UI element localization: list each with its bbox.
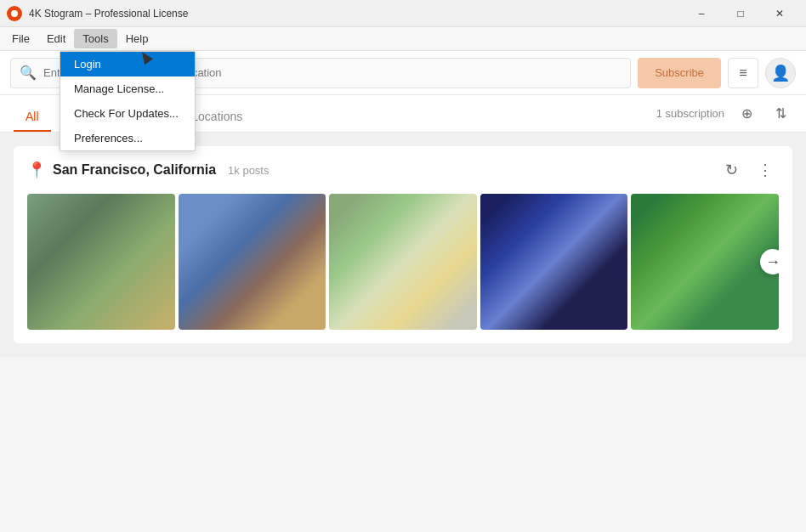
menu-preferences[interactable]: Preferences... [60, 126, 195, 150]
content-area: 📍 San Francisco, California 1k posts ↻ ⋮… [0, 133, 806, 357]
tools-dropdown: Login Manage License... Check For Update… [60, 51, 196, 151]
menu-edit[interactable]: Edit [38, 29, 74, 48]
location-name: San Francisco, California [53, 162, 216, 178]
location-actions: ↻ ⋮ [718, 156, 779, 184]
subscription-count: 1 subscription [656, 107, 724, 120]
refresh-icon: ↻ [725, 161, 738, 179]
filter-icon: ≡ [739, 65, 746, 81]
menu-check-updates[interactable]: Check For Updates... [60, 101, 195, 126]
photo-item-3[interactable] [329, 194, 477, 330]
menu-tools[interactable]: Tools [74, 29, 116, 48]
sort-button[interactable]: ⇅ [769, 101, 792, 125]
app-logo [7, 6, 22, 21]
menu-file[interactable]: File [3, 29, 38, 48]
search-icon: 🔍 [20, 65, 37, 81]
tab-all[interactable]: All [14, 101, 51, 132]
avatar-icon: 👤 [771, 64, 790, 82]
app-title: 4K Stogram – Professional License [29, 8, 682, 20]
menubar: File Edit Tools Help Login Manage Licens… [0, 27, 806, 51]
location-header: 📍 San Francisco, California 1k posts ↻ ⋮ [14, 146, 792, 194]
location-card: 📍 San Francisco, California 1k posts ↻ ⋮… [14, 146, 792, 343]
location-posts-count: 1k posts [228, 164, 269, 177]
close-button[interactable]: ✕ [760, 0, 799, 27]
avatar-button[interactable]: 👤 [765, 58, 796, 88]
tab-right-controls: 1 subscription ⊕ ⇅ [656, 101, 792, 132]
window-controls: – □ ✕ [682, 0, 799, 27]
photo-item-4[interactable] [480, 194, 628, 330]
magnify-icon: ⊕ [741, 105, 752, 122]
titlebar: 4K Stogram – Professional License – □ ✕ [0, 0, 806, 27]
refresh-button[interactable]: ↻ [718, 156, 745, 184]
location-pin-icon: 📍 [27, 161, 46, 179]
minimize-button[interactable]: – [682, 0, 721, 27]
more-icon: ⋮ [758, 161, 773, 179]
search-subscriptions-button[interactable]: ⊕ [735, 101, 758, 125]
photo-grid: → [27, 194, 779, 330]
menu-help[interactable]: Help [117, 29, 157, 48]
subscribe-button[interactable]: Subscribe [638, 58, 721, 88]
next-icon: → [765, 253, 779, 271]
menu-manage-license[interactable]: Manage License... [60, 76, 195, 101]
next-photos-button[interactable]: → [760, 249, 779, 274]
filter-button[interactable]: ≡ [728, 58, 758, 88]
maximize-button[interactable]: □ [721, 0, 760, 27]
photo-item-5[interactable] [631, 194, 779, 330]
menu-login[interactable]: Login [60, 52, 195, 76]
more-options-button[interactable]: ⋮ [752, 156, 779, 184]
photo-item-2[interactable] [179, 194, 326, 330]
sort-icon: ⇅ [775, 105, 786, 122]
photo-item-1[interactable] [27, 194, 175, 330]
